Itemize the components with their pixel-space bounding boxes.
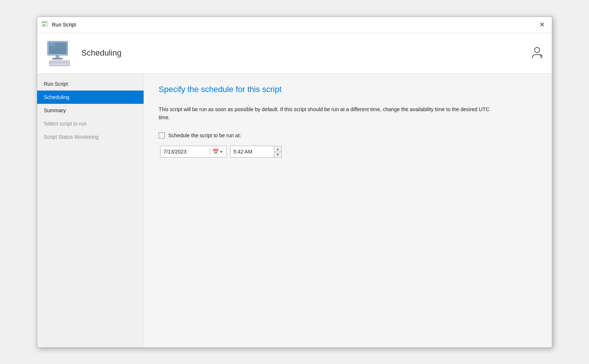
dialog-window: Run Script ✕ — [37, 17, 552, 348]
svg-rect-5 — [49, 43, 55, 46]
time-increment-btn[interactable]: ▲ — [274, 146, 281, 152]
sidebar-item-select-script: Select script to run — [37, 117, 144, 130]
time-decrement-btn[interactable]: ▼ — [274, 152, 281, 158]
run-script-icon — [42, 21, 49, 28]
content-area: Run Script Scheduling Summary Select scr… — [37, 74, 552, 347]
svg-rect-1 — [43, 22, 46, 23]
sidebar: Run Script Scheduling Summary Select scr… — [37, 74, 144, 347]
title-bar-icon — [42, 21, 49, 28]
svg-text:?: ? — [539, 53, 543, 59]
date-value: 7/13/2023 — [163, 149, 210, 155]
time-spinner[interactable]: ▲ ▼ — [274, 146, 281, 157]
computer-icon — [45, 38, 74, 68]
calendar-icon: 📅 — [212, 149, 219, 155]
sidebar-item-scheduling[interactable]: Scheduling — [37, 91, 144, 104]
schedule-checkbox-row: Schedule the script to be run at: — [159, 132, 537, 138]
svg-rect-15 — [66, 62, 67, 63]
time-input[interactable]: 5:42 AM ▲ ▼ — [230, 146, 282, 158]
dialog-title: Run Script — [52, 22, 536, 28]
svg-rect-13 — [59, 62, 62, 63]
schedule-checkbox-label: Schedule the script to be run at: — [168, 132, 241, 138]
header-band: Scheduling ? — [37, 33, 552, 74]
calendar-dropdown-btn[interactable]: 📅 ▼ — [210, 149, 223, 155]
main-panel-title: Specify the schedule for this script — [159, 85, 537, 94]
svg-rect-14 — [63, 62, 65, 63]
schedule-checkbox[interactable] — [159, 132, 165, 138]
svg-rect-12 — [56, 62, 58, 63]
time-value: 5:42 AM — [230, 147, 274, 156]
main-panel: Specify the schedule for this script Thi… — [144, 74, 552, 347]
person-icon: ? — [530, 46, 544, 60]
date-input[interactable]: 7/13/2023 📅 ▼ — [160, 146, 226, 158]
sidebar-item-status-monitoring: Script Status Monitoring — [37, 130, 144, 144]
person-svg: ? — [530, 46, 544, 60]
schedule-checkbox-container: Schedule the script to be run at: — [159, 132, 241, 138]
svg-point-16 — [535, 47, 540, 53]
svg-rect-6 — [56, 55, 59, 58]
svg-rect-11 — [53, 62, 55, 63]
close-button[interactable]: ✕ — [536, 19, 547, 30]
date-time-row: 7/13/2023 📅 ▼ 5:42 AM ▲ ▼ — [160, 146, 537, 158]
computer-illustration — [46, 39, 73, 67]
title-bar: Run Script ✕ — [37, 17, 552, 33]
sidebar-item-summary[interactable]: Summary — [37, 104, 144, 117]
dropdown-arrow-icon: ▼ — [219, 150, 223, 154]
sidebar-item-run-script[interactable]: Run Script — [37, 77, 144, 91]
svg-rect-7 — [52, 58, 63, 60]
description-text: This script will be run as soon as possi… — [159, 105, 490, 122]
header-title: Scheduling — [81, 48, 530, 58]
svg-rect-10 — [51, 62, 53, 63]
